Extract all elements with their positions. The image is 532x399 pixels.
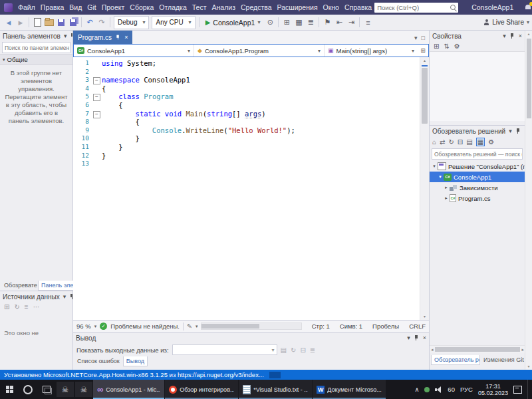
editor-horizontal-scrollbar[interactable] [201,323,301,330]
right-panel-scrollbar[interactable]: ▴ ▾ [525,31,532,370]
panel-tab[interactable]: Изменения Git — п... [481,355,527,364]
scroll-right-icon[interactable]: ▸ [521,347,524,352]
menu-item[interactable]: Правка [38,0,66,15]
close-icon[interactable]: × [519,33,522,39]
health-status[interactable]: Проблемы не найдены. [110,323,180,330]
platform-dropdown[interactable]: Any CPU ▾ [152,16,195,29]
code-line[interactable]: 6 { [73,101,420,110]
live-share-button[interactable]: Live Share ▾ [483,19,529,26]
collapse-icon[interactable]: ⊟ [300,346,305,354]
scrollbar-thumb[interactable] [201,324,259,329]
solution-explorer-horizontal-scrollbar[interactable]: ◂ ▸ [430,345,525,353]
close-icon[interactable]: × [423,334,426,341]
task-view-button[interactable] [37,380,56,399]
code-editor[interactable]: 1using System;23−namespace ConsoleApp14{… [73,57,420,320]
alphabetical-icon[interactable]: ⇅ [444,43,449,50]
menu-item[interactable]: Средства [238,0,275,15]
notifications-icon[interactable] [524,3,532,11]
editor-vertical-scrollbar[interactable]: ▴ ▾ [420,57,429,320]
window-position-icon[interactable]: ▾ [503,33,506,39]
taskbar-app-browser[interactable]: Обзор интегриров... [165,380,238,399]
menu-item[interactable]: Проект [99,0,128,15]
redo-icon[interactable]: ↷ [96,16,108,29]
outdent-icon[interactable]: ⇤ [333,16,345,29]
code-line[interactable]: 13 [73,160,420,168]
taskbar-search-button[interactable] [19,380,37,399]
pinned-app-icon[interactable]: ☠ [75,382,92,397]
line-ending-indicator[interactable]: CRLF [409,323,426,330]
menu-item[interactable]: Git [84,0,98,15]
code-line[interactable]: 12} [73,152,420,160]
switch-views-icon[interactable]: ⇄ [440,138,445,146]
collapse-region-icon[interactable]: − [93,77,100,84]
edit-mode-icon[interactable]: ✎ [187,323,192,330]
active-files-dropdown-icon[interactable]: ▾ [414,35,418,41]
menu-item[interactable]: Справка [342,0,374,15]
menu-item[interactable]: Вид [66,0,84,15]
pin-icon[interactable] [515,128,521,134]
navigate-forward-icon[interactable]: ► [15,16,27,29]
panel-tab[interactable]: Панель эле... [38,281,74,291]
panel-tab[interactable]: Вывод [123,356,148,366]
solution-explorer-search-input[interactable]: Обозреватель решений — поиск (Ctrl+» ▾ [432,148,523,160]
close-tab-icon[interactable]: × [124,34,128,41]
menu-item[interactable]: Тест [190,0,209,15]
more-commands-icon[interactable]: ≡ [362,16,374,29]
show-all-files-icon[interactable]: ▤ [466,138,472,146]
panel-tab[interactable]: Обозреватель реше... [431,355,480,365]
pin-tab-icon[interactable] [116,35,121,41]
navigate-back-icon[interactable]: ◄ [3,16,15,29]
clock[interactable]: 17:31 05.02.2023 [478,383,508,396]
battery-percentage[interactable]: 60 [448,386,455,393]
undo-icon[interactable]: ↶ [84,16,96,29]
code-line[interactable]: 8 { [73,118,420,126]
tray-expand-icon[interactable]: ∧ [414,386,419,393]
save-all-icon[interactable] [67,16,79,29]
sync-with-active-document-icon[interactable]: ▦ [476,138,485,146]
categorized-icon[interactable]: ⊞ [434,43,439,50]
collapse-all-icon[interactable]: ⊟ [458,138,463,146]
panel-tab[interactable]: Список ошибок [74,356,122,366]
menu-item[interactable]: Расширения [275,0,321,15]
open-file-icon[interactable] [43,16,55,29]
member-dropdown[interactable]: ▣ Main(string[] args) ▾ [325,45,418,57]
scrollbar-thumb[interactable] [527,39,531,118]
background-task-indicator[interactable] [269,372,281,378]
code-line[interactable]: 10 } [73,134,420,143]
scrollbar-thumb[interactable] [435,347,521,352]
panel-tab[interactable]: Обозревате... [1,281,37,290]
save-icon[interactable] [55,16,67,29]
refresh-icon[interactable]: ↻ [291,346,296,354]
volume-icon[interactable] [435,386,442,393]
zoom-level[interactable]: 96 % [76,323,91,330]
code-line[interactable]: 4{ [73,84,420,93]
document-tab-program-cs[interactable]: Program.cs × [73,31,132,44]
start-debugging-button[interactable]: ▶ ConsoleApp1 ▾ [201,16,265,29]
tree-item[interactable]: ▾Решение "ConsoleApp1" (проекты: 1 из 1) [430,161,525,172]
toolbox-search-input[interactable]: Поиск по панели элемен [2,42,70,53]
properties-icon[interactable]: ⚙ [488,138,494,146]
tree-item[interactable]: ▾C#ConsoleApp1 [430,172,525,182]
menu-item[interactable]: Файл [15,0,38,15]
pinned-app-icon[interactable]: ☠ [57,382,74,397]
new-file-icon[interactable] [31,16,43,29]
bookmark-icon[interactable]: ⚑ [321,16,333,29]
find-in-files-icon[interactable]: ⊞ [281,16,293,29]
refresh-icon[interactable]: ↻ [448,138,454,146]
collapse-region-icon[interactable]: − [93,111,100,118]
code-line[interactable]: 7− static void Main(string[] args) [73,110,420,118]
pin-icon[interactable] [414,334,420,341]
project-dropdown[interactable]: C# ConsoleApp1 ▾ [74,45,194,57]
attach-process-icon[interactable]: ⊙ [264,16,276,29]
code-line[interactable]: 2 [73,68,420,76]
add-source-icon[interactable]: ⊞ [4,303,9,311]
line-options-icon[interactable]: ≣ [305,16,317,29]
spaces-indicator[interactable]: Пробелы [372,323,399,330]
window-position-icon[interactable]: ▾ [509,128,512,134]
code-line[interactable]: 11 } [73,143,420,152]
window-position-icon[interactable]: ▾ [64,33,67,39]
pin-icon[interactable] [70,33,72,39]
collapse-region-icon[interactable]: − [93,94,100,101]
expand-icon[interactable]: ▾ [437,174,444,180]
expand-icon[interactable]: ▾ [431,164,438,169]
